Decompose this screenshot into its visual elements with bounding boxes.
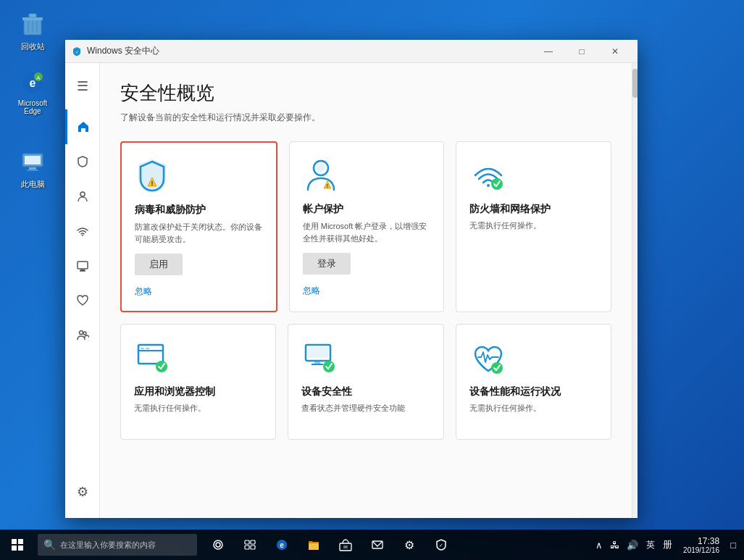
svg-text:!: ! — [327, 183, 328, 188]
firewall-card-status: 无需执行任何操作。 — [469, 220, 598, 231]
taskbar-settings-button[interactable]: ⚙ — [394, 530, 425, 560]
svg-rect-48 — [251, 540, 255, 544]
svg-rect-56 — [343, 546, 348, 548]
title-bar: ✓ Windows 安全中心 — □ ✕ — [65, 40, 638, 63]
svg-text:✓: ✓ — [75, 50, 79, 54]
maximize-button[interactable]: □ — [565, 40, 598, 63]
language-badge[interactable]: 英 — [643, 538, 658, 553]
edge-icon[interactable]: e A MicrosoftEdge — [7, 65, 58, 118]
svg-rect-42 — [18, 539, 23, 544]
window-controls: — □ ✕ — [532, 40, 632, 63]
account-icon: ! — [303, 156, 340, 194]
tray-volume-icon[interactable]: 🔊 — [624, 538, 640, 552]
sidebar-item-home[interactable] — [65, 109, 100, 144]
sidebar-item-user[interactable] — [65, 179, 100, 214]
svg-point-28 — [487, 184, 490, 187]
card-firewall[interactable]: 防火墙和网络保护 无需执行任何操作。 — [456, 141, 611, 312]
account-card-desc: 使用 Microsoft 帐户登录，以增强安全性并获得其他好处。 — [303, 220, 431, 244]
card-account-protection[interactable]: ! 帐户保护 使用 Microsoft 帐户登录，以增强安全性并获得其他好处。 … — [289, 141, 445, 312]
clock-time: 17:38 — [683, 536, 719, 546]
sidebar: ☰ — [65, 63, 100, 518]
svg-text:A: A — [36, 75, 41, 81]
account-ignore-link[interactable]: 忽略 — [303, 285, 431, 297]
taskbar: 🔍 在这里输入你要搜索的内容 — [0, 530, 744, 560]
svg-point-45 — [214, 540, 222, 549]
file-explorer-button[interactable] — [298, 530, 329, 560]
device-security-icon — [301, 339, 339, 377]
device-performance-icon — [469, 339, 507, 377]
firewall-card-title: 防火墙和网络保护 — [469, 203, 598, 216]
notification-icon[interactable]: □ — [728, 538, 738, 552]
hamburger-menu[interactable]: ☰ — [65, 69, 100, 104]
security-window: ✓ Windows 安全中心 — □ ✕ ☰ — [65, 40, 638, 518]
minimize-button[interactable]: — — [532, 40, 565, 63]
app-browser-title: 应用和浏览器控制 — [134, 385, 262, 398]
virus-ignore-link[interactable]: 忽略 — [135, 285, 263, 298]
page-subtitle: 了解设备当前的安全性和运行情况并采取必要操作。 — [120, 112, 611, 124]
svg-rect-49 — [245, 546, 249, 549]
svg-rect-30 — [138, 345, 163, 364]
svg-point-16 — [82, 235, 83, 236]
input-method-icon[interactable]: 册 — [661, 537, 674, 553]
svg-point-46 — [216, 543, 220, 547]
svg-rect-13 — [27, 170, 38, 171]
clock[interactable]: 17:38 2019/12/16 — [679, 536, 724, 554]
svg-rect-54 — [309, 543, 319, 550]
tray-up-arrow[interactable]: ∧ — [593, 538, 605, 552]
window-body: ☰ — [65, 63, 638, 518]
taskbar-security-button[interactable]: ✓ — [426, 530, 456, 560]
svg-text:✓: ✓ — [439, 543, 443, 548]
desktop: 回收站 e A MicrosoftEdge 此电脑 — [0, 0, 744, 560]
mail-button[interactable] — [362, 530, 393, 560]
this-pc-label: 此电脑 — [21, 179, 45, 190]
taskbar-edge-button[interactable]: e — [267, 530, 297, 560]
taskbar-items: e — [203, 530, 456, 560]
store-button[interactable] — [330, 530, 361, 560]
edge-label: MicrosoftEdge — [18, 99, 48, 115]
window-icon: ✓ — [71, 46, 83, 57]
sidebar-bottom: ⚙ — [65, 475, 100, 518]
cards-row-2: 应用和浏览器控制 无需执行任何操作。 — [120, 324, 611, 440]
system-tray-icons: ∧ 🖧 🔊 英 册 — [593, 537, 674, 553]
recycle-bin-icon[interactable]: 回收站 — [7, 7, 58, 55]
taskbar-search-icon: 🔍 — [43, 539, 56, 551]
signin-button[interactable]: 登录 — [303, 253, 351, 275]
svg-rect-43 — [12, 546, 17, 551]
task-view-button[interactable] — [235, 530, 265, 560]
start-button[interactable] — [0, 530, 35, 560]
virus-icon: ! — [135, 157, 172, 195]
window-scrollbar[interactable] — [632, 63, 638, 518]
app-browser-status: 无需执行任何操作。 — [134, 403, 262, 414]
card-app-browser[interactable]: 应用和浏览器控制 无需执行任何操作。 — [120, 324, 276, 440]
svg-rect-1 — [22, 17, 43, 20]
virus-card-desc: 防篡改保护处于关闭状态。你的设备可能易受攻击。 — [135, 221, 263, 245]
tray-network-icon[interactable]: 🖧 — [608, 538, 622, 552]
recycle-bin-label: 回收站 — [21, 41, 45, 52]
sidebar-item-heart[interactable] — [65, 283, 100, 318]
svg-point-20 — [79, 331, 83, 335]
sidebar-item-family[interactable] — [65, 318, 100, 353]
card-device-security[interactable]: 设备安全性 查看状态并管理硬件安全功能 — [288, 324, 443, 440]
sidebar-item-shield[interactable] — [65, 144, 100, 179]
cortana-button[interactable] — [203, 530, 233, 560]
device-security-title: 设备安全性 — [301, 385, 430, 398]
svg-point-15 — [80, 192, 85, 196]
svg-rect-47 — [245, 540, 249, 544]
svg-rect-2 — [29, 14, 36, 17]
svg-rect-44 — [18, 546, 23, 551]
svg-text:!: ! — [151, 180, 154, 187]
device-performance-status: 无需执行任何操作。 — [469, 403, 598, 414]
sidebar-item-device[interactable] — [65, 248, 100, 283]
this-pc-icon[interactable]: 此电脑 — [7, 145, 58, 193]
svg-point-21 — [83, 332, 86, 335]
sidebar-settings[interactable]: ⚙ — [65, 475, 100, 509]
sidebar-item-wifi[interactable] — [65, 214, 100, 248]
enable-button[interactable]: 启用 — [135, 254, 183, 275]
close-button[interactable]: ✕ — [598, 40, 632, 63]
card-device-performance[interactable]: 设备性能和运行状况 无需执行任何操作。 — [456, 324, 611, 440]
window-title: Windows 安全中心 — [87, 45, 532, 57]
card-virus-protection[interactable]: ! 病毒和威胁防护 防篡改保护处于关闭状态。你的设备可能易受攻击。 启用 忽略 — [120, 141, 277, 312]
svg-rect-36 — [308, 347, 328, 358]
taskbar-search[interactable]: 🔍 在这里输入你要搜索的内容 — [38, 534, 197, 556]
taskbar-search-text: 在这里输入你要搜索的内容 — [60, 540, 156, 551]
